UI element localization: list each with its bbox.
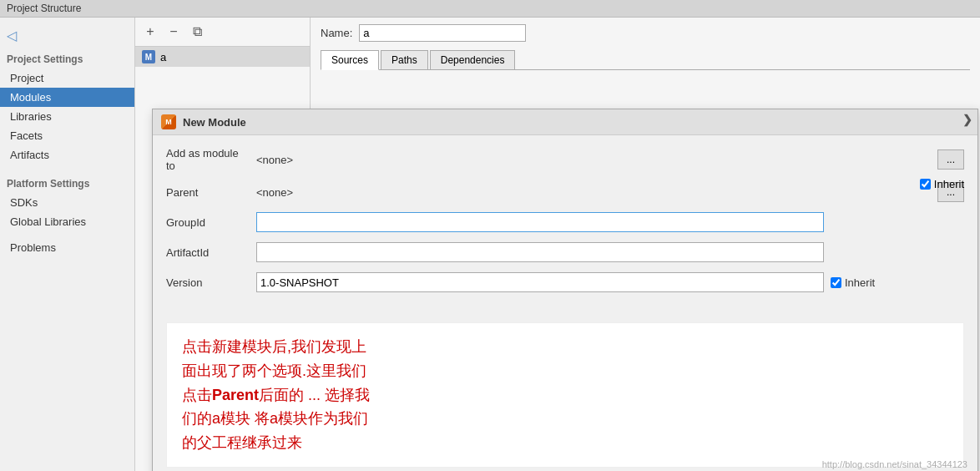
sidebar-item-modules[interactable]: Modules [0,88,134,107]
artifactid-input[interactable] [256,242,824,262]
add-module-label: Add as module to [166,147,250,172]
sidebar-item-facets[interactable]: Facets [0,126,134,145]
dialog-title-bar: M New Module ❯ [153,109,977,135]
sidebar-item-artifacts[interactable]: Artifacts [0,145,134,165]
name-row: Name: [321,24,970,42]
dialog-title: New Module [183,116,246,129]
sidebar-item-project[interactable]: Project [0,68,134,88]
module-list-toolbar: + − ⧉ [135,18,310,47]
title-bar: Project Structure [0,0,980,18]
add-module-button[interactable]: + [140,22,160,42]
form-row-parent: Parent <none> ... [166,182,964,202]
copy-module-button[interactable]: ⧉ [187,22,207,42]
version-input[interactable] [256,272,824,292]
parent-value: <none> [256,186,293,199]
annotation-text: 点击新建模块后,我们发现上 面出现了两个选项.这里我们 点击Parent后面的 … [182,335,948,455]
sidebar-item-problems[interactable]: Problems [0,238,134,257]
inherit-groupid-row: Inherit [920,178,964,190]
sidebar-item-libraries[interactable]: Libraries [0,107,134,126]
sidebar-section-project-settings: Project Settings [0,50,134,68]
sidebar-section-platform: Platform Settings [0,175,134,193]
artifactid-label: ArtifactId [166,246,250,259]
dialog-close-button[interactable]: ❯ [962,113,972,126]
inherit-groupid-label: Inherit [934,178,964,190]
parent-label: Parent [166,186,250,199]
add-module-value: <none> [256,154,293,166]
groupid-label: GroupId [166,216,250,229]
form-row-groupid: GroupId [166,212,964,232]
module-item-label: a [160,51,166,63]
inherit-version-label: Inherit [831,276,875,289]
tab-dependencies[interactable]: Dependencies [430,50,516,69]
window-title: Project Structure [7,3,81,14]
add-module-btn[interactable]: ... [937,149,964,170]
name-label: Name: [321,27,352,39]
inherit-groupid-checkbox[interactable] [920,179,931,190]
name-input[interactable] [359,24,526,42]
sidebar-collapse-arrow[interactable]: ◁ [0,24,134,47]
sidebar-item-sdks[interactable]: SDKs [0,193,134,212]
inherit-version-checkbox[interactable] [831,277,841,288]
module-icon: M [142,50,155,63]
dialog-body: Add as module to <none> ... Parent <none… [153,135,977,314]
tab-sources[interactable]: Sources [321,50,379,70]
watermark: http://blog.csdn.net/sinat_34344123 [822,459,967,469]
module-list-item[interactable]: M a [135,47,310,67]
new-module-dialog: M New Module ❯ Add as module to <none> .… [152,109,978,471]
version-label: Version [166,276,250,289]
remove-module-button[interactable]: − [164,22,184,42]
sidebar: ◁ Project Settings Project Modules Libra… [0,18,135,471]
form-row-artifactid: ArtifactId [166,242,964,262]
sidebar-item-global-libraries[interactable]: Global Libraries [0,212,134,231]
tabs-bar: Sources Paths Dependencies [321,50,970,70]
form-row-add-module: Add as module to <none> ... [166,147,964,172]
tab-paths[interactable]: Paths [381,50,428,69]
form-row-version: Version Inherit [166,272,964,292]
dialog-icon: M [161,114,176,129]
annotation-box: 点击新建模块后,我们发现上 面出现了两个选项.这里我们 点击Parent后面的 … [166,322,964,468]
groupid-input[interactable] [256,212,824,232]
